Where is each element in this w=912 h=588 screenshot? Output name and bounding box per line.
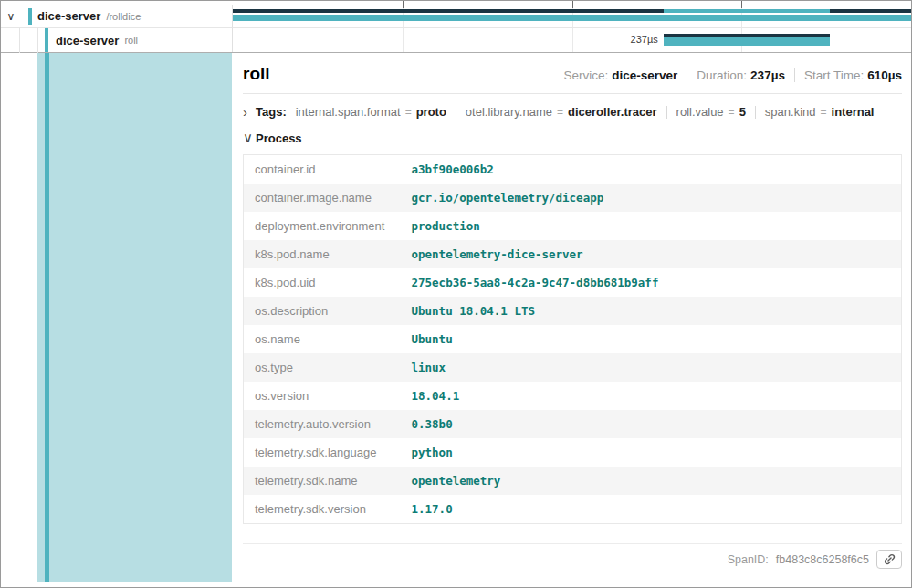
table-row: container.image.namegcr.io/opentelemetry… xyxy=(244,184,902,212)
tag-item: roll.value=5 xyxy=(676,105,746,119)
selected-span-highlight xyxy=(37,53,232,582)
span-name-cell[interactable]: ∨ dice-server /rolldice xyxy=(1,5,232,28)
start-time-meta-value: 610µs xyxy=(867,68,902,82)
table-row: container.ida3bf90e006b2 xyxy=(244,155,902,184)
timeline-tick xyxy=(741,1,742,8)
process-value: opentelemetry xyxy=(401,467,902,495)
span-duration-label: 237µs xyxy=(631,34,658,45)
tag-item: span.kind=internal xyxy=(765,105,875,119)
chevron-right-icon: › xyxy=(243,105,256,119)
span-bar-segment xyxy=(664,9,830,13)
table-row: k8s.pod.nameopentelemetry-dice-server xyxy=(244,240,902,268)
process-value: 0.38b0 xyxy=(401,410,902,438)
tag-item: internal.span.format=proto xyxy=(296,105,446,119)
indent-spacer xyxy=(1,28,45,52)
critical-path-bar xyxy=(830,9,911,13)
trace-detail-body: roll Service:dice-server Duration:237µs … xyxy=(1,53,911,587)
process-key: container.id xyxy=(244,155,401,184)
service-name: dice-server xyxy=(56,34,119,47)
process-key-value-table: container.ida3bf90e006b2 container.image… xyxy=(243,154,902,524)
process-value: production xyxy=(401,212,902,240)
table-row: telemetry.sdk.nameopentelemetry xyxy=(244,467,902,495)
table-row: telemetry.sdk.languagepython xyxy=(244,438,902,467)
span-title: roll xyxy=(243,64,563,84)
process-accordion-header[interactable]: ∨ Process xyxy=(243,131,902,145)
jaeger-trace-detail-page: ∨ dice-server /rolldice xyxy=(0,0,912,588)
critical-path-bar xyxy=(233,9,664,13)
left-rail xyxy=(1,53,232,587)
service-color-bar xyxy=(45,53,49,582)
process-key: os.type xyxy=(244,353,401,382)
critical-path-bar xyxy=(664,34,830,37)
process-value: 1.17.0 xyxy=(401,495,902,524)
divider xyxy=(755,106,756,119)
table-row: os.version18.04.1 xyxy=(244,382,902,410)
table-row: os.typelinux xyxy=(244,353,902,382)
span-detail-footer: SpanID: fb483c8c6258f6c5 xyxy=(243,543,902,569)
root-span-bar[interactable] xyxy=(233,15,911,21)
trace-span-rows: ∨ dice-server /rolldice xyxy=(1,1,911,53)
child-span-bar[interactable] xyxy=(664,37,830,46)
process-value: 18.04.1 xyxy=(401,382,902,410)
table-row: os.descriptionUbuntu 18.04.1 LTS xyxy=(244,297,902,325)
operation-name: /rolldice xyxy=(106,11,141,22)
process-value: opentelemetry-dice-server xyxy=(401,240,902,268)
span-timeline-cell xyxy=(232,5,911,28)
tags-label: Tags: xyxy=(256,105,287,119)
divider xyxy=(794,68,795,82)
process-key: os.version xyxy=(244,382,401,410)
span-row-rolldice[interactable]: ∨ dice-server /rolldice xyxy=(1,5,911,28)
process-label: Process xyxy=(256,131,302,145)
tag-item: otel.library.name=diceroller.tracer xyxy=(466,105,657,119)
process-value: linux xyxy=(401,353,902,382)
timeline-gridline xyxy=(572,28,573,52)
span-detail-panel: roll Service:dice-server Duration:237µs … xyxy=(232,53,911,576)
span-timeline-cell: 237µs xyxy=(232,28,911,52)
timeline-gridline xyxy=(403,28,404,52)
table-row: os.nameUbuntu xyxy=(244,325,902,353)
process-key: telemetry.sdk.version xyxy=(244,495,401,524)
span-row-roll[interactable]: dice-server roll 237µs xyxy=(1,28,911,52)
service-name: dice-server xyxy=(37,9,100,23)
process-value: 275ecb36-5aa8-4c2a-9c47-d8bb681b9aff xyxy=(401,268,902,297)
process-key: deployment.environment xyxy=(244,212,401,240)
table-row: telemetry.sdk.version1.17.0 xyxy=(244,495,902,524)
process-key: telemetry.auto.version xyxy=(244,410,401,438)
process-key: os.name xyxy=(244,325,401,353)
link-icon xyxy=(883,552,896,566)
duration-meta: Duration:237µs xyxy=(697,68,785,82)
divider xyxy=(456,106,456,119)
process-key: k8s.pod.name xyxy=(244,240,401,268)
process-value: python xyxy=(401,438,902,467)
collapse-chevron-icon[interactable]: ∨ xyxy=(1,10,21,23)
start-time-meta: Start Time:610µs xyxy=(804,68,902,82)
service-meta: Service:dice-server xyxy=(563,68,677,82)
service-meta-value: dice-server xyxy=(612,68,677,82)
table-row: telemetry.auto.version0.38b0 xyxy=(244,410,902,438)
process-key: telemetry.sdk.language xyxy=(244,438,401,467)
process-key: k8s.pod.uid xyxy=(244,268,401,297)
timeline-tick xyxy=(403,1,404,8)
table-row: deployment.environmentproduction xyxy=(244,212,902,240)
service-color-bar xyxy=(28,8,32,25)
divider xyxy=(243,93,902,94)
process-value: a3bf90e006b2 xyxy=(401,155,902,184)
process-value: gcr.io/opentelemetry/diceapp xyxy=(401,184,902,212)
span-meta: Service:dice-server Duration:237µs Start… xyxy=(563,68,902,82)
row-gutter xyxy=(1,53,37,587)
span-detail-header: roll Service:dice-server Duration:237µs … xyxy=(243,62,902,84)
span-id-value: fb483c8c6258f6c5 xyxy=(776,553,869,566)
copy-link-button[interactable] xyxy=(876,550,902,569)
chevron-down-icon: ∨ xyxy=(243,131,256,144)
duration-meta-value: 237µs xyxy=(750,68,785,82)
process-key: container.image.name xyxy=(244,184,401,212)
process-key: os.description xyxy=(244,297,401,325)
divider xyxy=(666,106,667,119)
tags-accordion-header[interactable]: › Tags: internal.span.format=proto otel.… xyxy=(243,105,902,119)
span-name-cell[interactable]: dice-server roll xyxy=(1,28,232,52)
operation-name: roll xyxy=(124,35,138,46)
span-id-label: SpanID: xyxy=(728,553,769,566)
process-key: telemetry.sdk.name xyxy=(244,467,401,495)
process-value: Ubuntu 18.04.1 LTS xyxy=(401,297,902,325)
timeline-tick xyxy=(572,1,573,8)
